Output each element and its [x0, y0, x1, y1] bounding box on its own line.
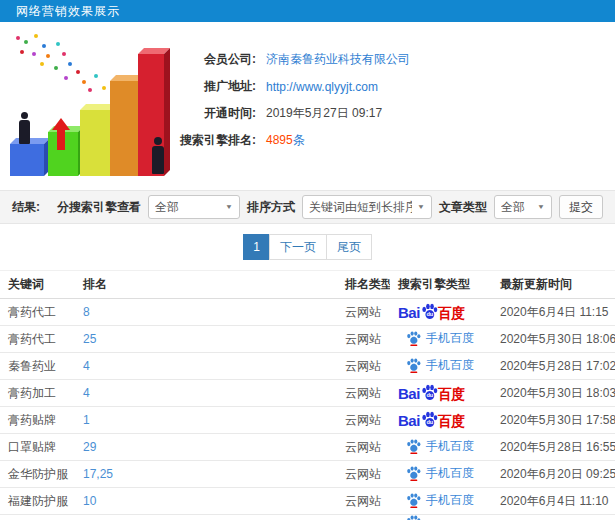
mobile-baidu-label: 手机百度 — [426, 330, 474, 347]
updated-cell: 2020年6月20日 09:25 — [492, 466, 615, 483]
baidu-logo[interactable]: Bai du 百度 — [398, 384, 465, 401]
chart-bar-blue — [10, 144, 44, 176]
field-engine-rank-count: 搜索引擎排名: 4895条 — [168, 127, 608, 154]
keyword-cell: 福建防护服 — [0, 493, 75, 510]
pagination: 1 下一页 尾页 — [0, 224, 615, 270]
mobile-baidu-logo[interactable]: 手机百度 — [406, 492, 474, 509]
updated-cell: 2020年5月30日 18:06 — [492, 331, 615, 348]
page-title: 网络营销效果展示 — [0, 0, 615, 22]
baidu-paw-icon — [406, 466, 421, 481]
article-type-select[interactable]: 全部 ▼ — [494, 195, 552, 219]
keyword-cell: 口罩贴牌 — [0, 439, 75, 456]
businessman-figure-left — [19, 112, 30, 144]
chart-bar-orange — [110, 81, 138, 176]
table-row: 金华防护服 17,25 云网站 手机百度 2020年6月20日 09:25 — [0, 461, 615, 488]
baidu-logo-text: Bai — [398, 305, 420, 320]
open-time-value: 2019年5月27日 09:17 — [266, 105, 382, 122]
mobile-baidu-logo[interactable]: 手机百度 — [406, 330, 474, 347]
confetti-decoration — [16, 36, 20, 40]
info-section: 会员公司: 济南秦鲁药业科技有限公司 推广地址: http://www.qlyy… — [0, 22, 615, 190]
member-company-value[interactable]: 济南秦鲁药业科技有限公司 — [266, 51, 410, 68]
sort-filter-select[interactable]: 关键词由短到长排序 ▼ — [302, 195, 432, 219]
promo-url-link[interactable]: http://www.qlyyjt.com — [266, 80, 378, 94]
result-label: 结果: — [12, 199, 40, 216]
table-row: 秦鲁药业 4 云网站 手机百度 2020年5月28日 17:02 — [0, 353, 615, 380]
up-arrow-shaft — [57, 129, 65, 150]
submit-button[interactable]: 提交 — [559, 195, 603, 219]
col-header-rank: 排名 — [75, 276, 337, 293]
baidu-paw-icon — [406, 331, 421, 346]
page-number-current[interactable]: 1 — [243, 234, 270, 260]
baidu-paw-icon: du — [421, 411, 438, 428]
article-type-value: 全部 — [501, 199, 532, 216]
promo-url-label: 推广地址: — [168, 78, 256, 95]
rank-link[interactable]: 4 — [83, 386, 90, 400]
chevron-down-icon: ▼ — [537, 203, 545, 210]
rank-link[interactable]: 4 — [83, 359, 90, 373]
engine-rank-count: 4895 — [266, 133, 293, 147]
sort-filter-value: 关键词由短到长排序 — [309, 199, 412, 216]
baidu-logo-text: Bai — [398, 413, 420, 428]
rank-type-cell: 云网站 — [337, 304, 390, 321]
updated-cell: 2020年5月30日 17:58 — [492, 412, 615, 429]
businessman-figure-right — [152, 137, 164, 174]
col-header-rank-type: 排名类型 — [337, 276, 390, 293]
next-page-button[interactable]: 下一页 — [269, 234, 327, 260]
engine-rank-label: 搜索引擎排名: — [168, 132, 256, 149]
mobile-baidu-label: 手机百度 — [426, 357, 474, 374]
col-header-keyword: 关键词 — [0, 276, 75, 293]
keyword-cell: 膏药代工 — [0, 304, 75, 321]
rank-type-cell: 云网站 — [337, 385, 390, 402]
svg-text:du: du — [426, 392, 433, 398]
col-header-engine-type: 搜索引擎类型 — [390, 276, 492, 293]
growth-chart-illustration — [2, 30, 176, 186]
keyword-cell: 膏药代工 — [0, 331, 75, 348]
member-company-label: 会员公司: — [168, 51, 256, 68]
rank-type-cell: 云网站 — [337, 466, 390, 483]
table-row: 膏药贴牌 1 云网站 Bai du 百度 2020年5月30日 17:58 — [0, 407, 615, 434]
mobile-baidu-label: 手机百度 — [426, 492, 474, 509]
baidu-logo[interactable]: Bai du 百度 — [398, 303, 465, 320]
open-time-label: 开通时间: — [168, 105, 256, 122]
rank-link[interactable]: 10 — [83, 494, 96, 508]
table-header-row: 关键词 排名 排名类型 搜索引擎类型 最新更新时间 — [0, 270, 615, 299]
rank-link[interactable]: 8 — [83, 305, 90, 319]
rank-type-cell: 云网站 — [337, 439, 390, 456]
table-row-partial — [0, 515, 615, 520]
baidu-logo-cn: 百度 — [438, 387, 465, 401]
mobile-baidu-logo[interactable]: 手机百度 — [406, 438, 474, 455]
table-row: 福建防护服 10 云网站 手机百度 2020年6月4日 11:10 — [0, 488, 615, 515]
baidu-logo[interactable]: Bai du 百度 — [398, 411, 465, 428]
baidu-logo-cn: 百度 — [438, 414, 465, 428]
mobile-baidu-logo[interactable]: 手机百度 — [406, 357, 474, 374]
mobile-baidu-logo[interactable]: 手机百度 — [406, 465, 474, 482]
baidu-logo-cn: 百度 — [438, 306, 465, 320]
engine-filter-select[interactable]: 全部 ▼ — [148, 195, 240, 219]
svg-text:du: du — [426, 419, 433, 425]
last-page-button[interactable]: 尾页 — [326, 234, 372, 260]
rank-link[interactable]: 25 — [83, 332, 96, 346]
keyword-cell: 膏药加工 — [0, 385, 75, 402]
engine-filter-value: 全部 — [155, 199, 220, 216]
mobile-baidu-logo[interactable] — [406, 515, 421, 520]
baidu-paw-icon — [406, 493, 421, 508]
rank-type-cell: 云网站 — [337, 493, 390, 510]
svg-text:du: du — [426, 311, 433, 317]
baidu-logo-text: Bai — [398, 386, 420, 401]
rank-type-cell: 云网站 — [337, 358, 390, 375]
updated-cell: 2020年5月28日 16:55 — [492, 439, 615, 456]
company-info-fields: 会员公司: 济南秦鲁药业科技有限公司 推广地址: http://www.qlyy… — [168, 46, 608, 154]
baidu-paw-icon: du — [421, 384, 438, 401]
rank-link[interactable]: 1 — [83, 413, 90, 427]
filter-bar: 结果: 分搜索引擎查看 全部 ▼ 排序方式 关键词由短到长排序 ▼ 文章类型 全… — [0, 190, 615, 224]
rank-link[interactable]: 17,25 — [83, 467, 113, 481]
field-member-company: 会员公司: 济南秦鲁药业科技有限公司 — [168, 46, 608, 73]
baidu-paw-icon — [406, 515, 421, 520]
rank-type-cell: 云网站 — [337, 412, 390, 429]
baidu-paw-icon — [406, 439, 421, 454]
rank-link[interactable]: 29 — [83, 440, 96, 454]
keyword-cell: 金华防护服 — [0, 466, 75, 483]
updated-cell: 2020年5月28日 17:02 — [492, 358, 615, 375]
baidu-paw-icon: du — [421, 303, 438, 320]
keyword-ranking-table: 关键词 排名 排名类型 搜索引擎类型 最新更新时间 膏药代工 8 云网站 Bai… — [0, 270, 615, 520]
